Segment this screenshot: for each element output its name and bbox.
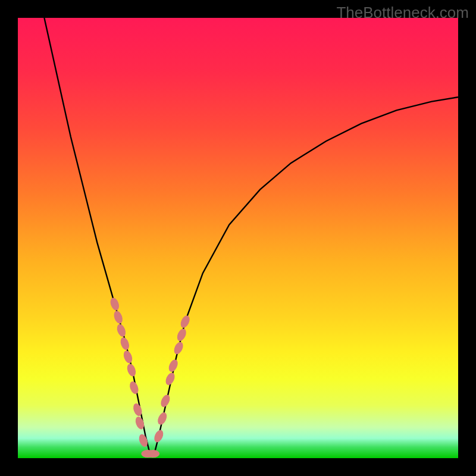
- green-zone: [18, 446, 458, 458]
- gradient-background: [18, 18, 458, 458]
- plot-area: [18, 18, 458, 458]
- chart-svg: [18, 18, 458, 458]
- watermark-text: TheBottleneck.com: [336, 4, 469, 22]
- chart-container: TheBottleneck.com: [0, 0, 476, 476]
- marker-point: [146, 450, 159, 458]
